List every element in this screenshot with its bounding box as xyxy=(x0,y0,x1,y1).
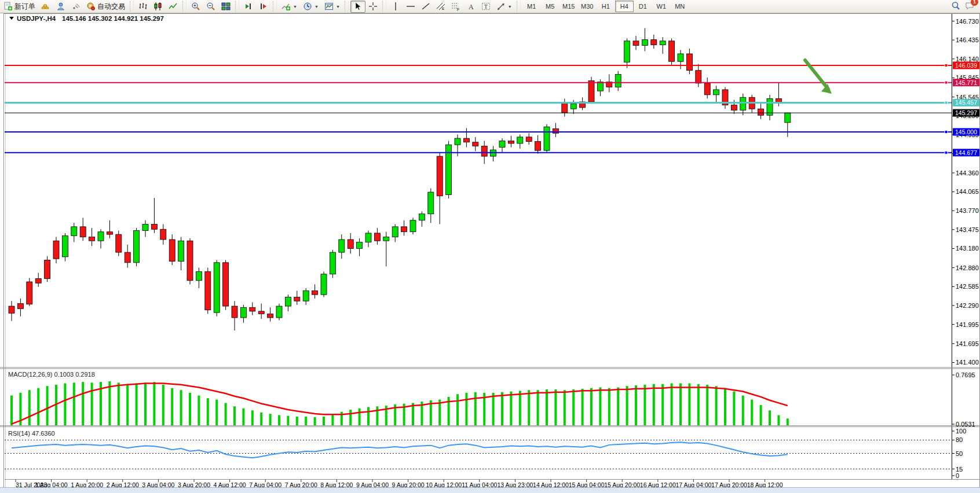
zoom-out-button[interactable] xyxy=(203,1,218,13)
market-profile-button[interactable] xyxy=(53,1,68,13)
templates-icon xyxy=(324,2,334,11)
timeframe-w1-button[interactable]: W1 xyxy=(652,1,671,12)
line-chart-mode-button[interactable] xyxy=(166,1,181,13)
candle xyxy=(151,224,157,229)
toolbar: 新订单自动交易▼▼▼EFAT▼M1M5M15M30H1H4D1W1MN1 xyxy=(0,0,980,13)
auto-scroll-icon xyxy=(259,2,268,11)
svg-text:15: 15 xyxy=(956,466,963,473)
symbol-title: USDJPY-,H4 xyxy=(17,15,56,22)
new-order-button[interactable]: 新订单 xyxy=(1,1,38,13)
toolbar-group-timeframes: M1M5M15M30H1H4D1W1MN xyxy=(522,0,690,13)
periods-dropdown-icon[interactable]: ▼ xyxy=(315,5,319,9)
candle xyxy=(731,105,737,111)
svg-text:141.695: 141.695 xyxy=(956,340,979,347)
text-label-button[interactable]: T xyxy=(478,1,493,13)
bar-chart-mode-button[interactable] xyxy=(136,1,151,13)
svg-text:141.400: 141.400 xyxy=(956,359,979,366)
zoom-in-button[interactable] xyxy=(188,1,203,13)
svg-text:145.000: 145.000 xyxy=(955,128,977,135)
arrow-objects-icon xyxy=(496,2,506,11)
chart-shift-icon xyxy=(244,2,253,11)
tile-windows-button[interactable] xyxy=(218,1,233,13)
indicators-button[interactable]: ▼ xyxy=(279,1,300,13)
candle xyxy=(660,41,665,45)
svg-text:146.435: 146.435 xyxy=(956,36,979,43)
timeframe-h4-button[interactable]: H4 xyxy=(615,1,634,12)
signals-button[interactable] xyxy=(68,1,83,13)
crosshair-button[interactable] xyxy=(365,1,381,13)
chart-area[interactable]: 146.730146.435146.140145.845145.545145.2… xyxy=(0,0,980,493)
svg-text:80: 80 xyxy=(956,436,963,443)
arrow-objects-button[interactable]: ▼ xyxy=(493,1,515,13)
text-button[interactable]: A xyxy=(463,1,478,13)
svg-text:50: 50 xyxy=(956,450,963,457)
templates-button[interactable]: ▼ xyxy=(321,1,343,13)
chart-shift-button[interactable] xyxy=(241,1,256,13)
indicators-dropdown-icon[interactable]: ▼ xyxy=(293,5,297,9)
toolbar-right: 1 xyxy=(951,1,980,12)
candle xyxy=(80,227,86,237)
timeframe-m30-button[interactable]: M30 xyxy=(578,1,597,12)
candlestick-mode-button[interactable] xyxy=(151,1,166,13)
candle xyxy=(89,237,95,241)
toolbar-group-trade: 新订单自动交易 xyxy=(0,0,129,13)
periods-button[interactable]: ▼ xyxy=(300,1,321,13)
cursor-icon xyxy=(353,2,363,11)
timeframe-d1-button[interactable]: D1 xyxy=(634,1,652,12)
candle xyxy=(401,227,407,232)
svg-text:143.475: 143.475 xyxy=(956,226,979,233)
candle xyxy=(686,54,692,71)
candle xyxy=(187,241,193,281)
candle xyxy=(508,141,514,143)
timeframe-h1-button[interactable]: H1 xyxy=(597,1,615,12)
svg-text:0: 0 xyxy=(956,472,959,479)
svg-text:144.360: 144.360 xyxy=(956,170,979,176)
candle xyxy=(785,113,791,123)
candle xyxy=(134,230,140,262)
candle xyxy=(383,237,389,241)
candle xyxy=(704,83,710,95)
candle xyxy=(321,274,327,295)
periods-icon xyxy=(303,2,312,11)
auto-trading-button[interactable]: 自动交易 xyxy=(83,1,128,13)
cursor-button[interactable] xyxy=(350,1,365,13)
horizontal-line-button[interactable] xyxy=(403,1,418,13)
auto-trading-label: 自动交易 xyxy=(97,2,125,12)
candle xyxy=(526,137,532,142)
vertical-line-button[interactable] xyxy=(388,1,403,13)
arrow-objects-dropdown-icon[interactable]: ▼ xyxy=(508,5,512,9)
timeframe-m5-button[interactable]: M5 xyxy=(541,1,560,12)
candle xyxy=(463,138,469,142)
candle xyxy=(615,74,621,87)
candle xyxy=(268,314,273,318)
candle xyxy=(535,142,541,150)
candle xyxy=(232,306,237,318)
candle xyxy=(481,146,487,156)
svg-text:142.290: 142.290 xyxy=(956,302,979,309)
notifications-icon[interactable]: 1 xyxy=(965,1,974,12)
fibonacci-retracement-button[interactable]: F xyxy=(448,1,463,13)
gold-symbols-button[interactable] xyxy=(38,1,53,13)
auto-scroll-button[interactable] xyxy=(256,1,271,13)
equidistant-channel-button[interactable]: E xyxy=(433,1,448,13)
trendline-button[interactable] xyxy=(418,1,433,13)
ohlc-readout: 145.146 145.302 144.921 145.297 xyxy=(62,15,164,22)
toolbar-separator xyxy=(235,1,239,12)
candle xyxy=(196,271,202,280)
status-bar xyxy=(0,487,980,493)
svg-text:146.039: 146.039 xyxy=(955,62,977,69)
timeframe-m1-button[interactable]: M1 xyxy=(522,1,541,12)
candle xyxy=(410,220,416,232)
timeframe-m15-button[interactable]: M15 xyxy=(560,1,578,12)
equidistant-channel-icon: E xyxy=(436,2,445,11)
toolbar-separator xyxy=(345,1,349,12)
text-label-icon: T xyxy=(481,2,491,11)
search-icon[interactable] xyxy=(951,1,960,12)
timeframe-mn-button[interactable]: MN xyxy=(671,1,689,12)
toolbar-group-scroll xyxy=(240,0,272,13)
svg-text:E: E xyxy=(442,7,444,10)
svg-text:142.880: 142.880 xyxy=(956,264,979,271)
candle xyxy=(205,271,211,310)
templates-dropdown-icon[interactable]: ▼ xyxy=(336,5,340,9)
svg-text:144.065: 144.065 xyxy=(956,188,979,195)
